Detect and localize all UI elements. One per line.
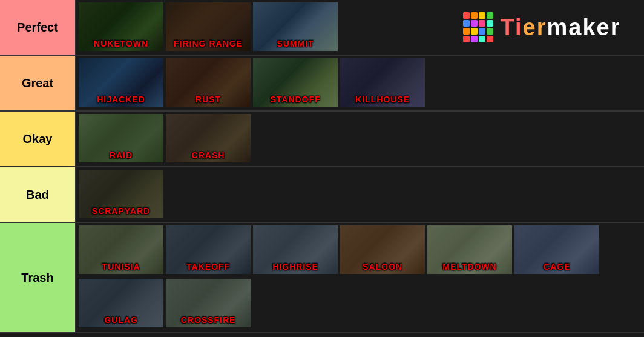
- map-rust[interactable]: RUST: [166, 58, 251, 107]
- map-crossfire[interactable]: CROSSFIRE: [166, 279, 251, 327]
- tier-row-bad: Bad SCRAPYARD: [0, 167, 644, 223]
- tier-row-great: Great HIJACKED RUST STANDOFF KILLHOUSE: [0, 56, 644, 112]
- map-nuketown[interactable]: NUKETOWN: [79, 2, 163, 51]
- tier-content-trash: TUNISIA TAKEOFF HIGHRISE SALOON MELTDOWN…: [76, 223, 644, 332]
- brand-overlay: Tiermaker: [439, 0, 644, 55]
- map-takeoff[interactable]: TAKEOFF: [166, 225, 251, 274]
- tiermaker-container: Tiermaker Perfect NUKETOWN FIRING RANGE …: [0, 0, 644, 333]
- tier-label-okay: Okay: [0, 112, 76, 166]
- map-gulag[interactable]: GULAG: [79, 279, 163, 327]
- tier-content-bad: SCRAPYARD: [76, 167, 644, 222]
- tier-label-great: Great: [0, 56, 76, 110]
- tier-content-great: HIJACKED RUST STANDOFF KILLHOUSE: [76, 56, 644, 110]
- map-hijacked[interactable]: HIJACKED: [79, 58, 163, 107]
- map-scrapyard[interactable]: SCRAPYARD: [79, 170, 163, 218]
- map-firing-range[interactable]: FIRING RANGE: [166, 2, 251, 51]
- tier-label-perfect: Perfect: [0, 0, 76, 55]
- tier-label-bad: Bad: [0, 167, 76, 222]
- map-saloon[interactable]: SALOON: [340, 225, 425, 274]
- map-standoff[interactable]: STANDOFF: [253, 58, 338, 107]
- brand-logo-grid: [463, 12, 493, 42]
- brand-title: Tiermaker: [501, 16, 621, 39]
- map-cage[interactable]: CAGE: [514, 225, 599, 274]
- map-raid[interactable]: RAID: [79, 114, 163, 162]
- map-crash[interactable]: CRASH: [166, 114, 251, 162]
- map-tunisia[interactable]: TUNISIA: [79, 225, 163, 274]
- map-killhouse[interactable]: KILLHOUSE: [340, 58, 425, 107]
- tier-row-trash: Trash TUNISIA TAKEOFF HIGHRISE SALOON ME…: [0, 223, 644, 333]
- map-highrise[interactable]: HIGHRISE: [253, 225, 338, 274]
- tier-label-trash: Trash: [0, 223, 76, 332]
- tier-row-okay: Okay RAID CRASH: [0, 112, 644, 167]
- map-summit[interactable]: SUMMIT: [253, 2, 338, 51]
- tier-content-okay: RAID CRASH: [76, 112, 644, 166]
- map-meltdown[interactable]: MELTDOWN: [427, 225, 512, 274]
